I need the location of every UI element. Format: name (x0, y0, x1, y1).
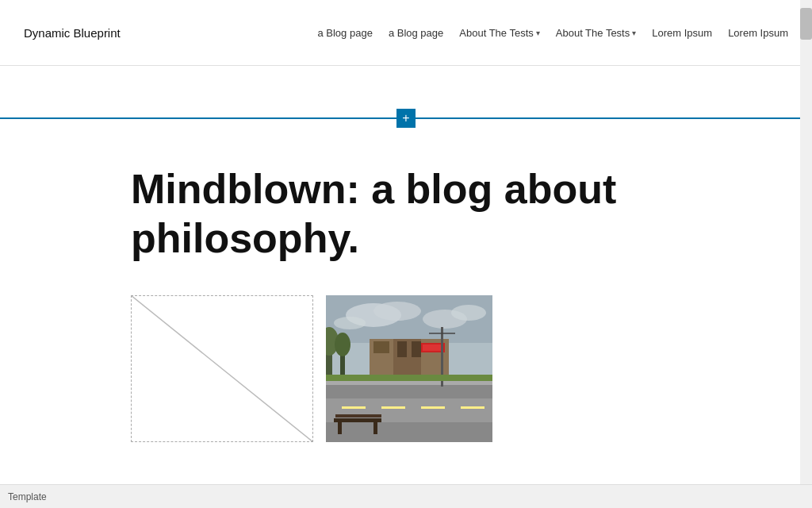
street-photo[interactable] (326, 295, 492, 442)
nav-item-lorem-1[interactable]: Lorem Ipsum (652, 27, 712, 39)
svg-point-7 (334, 317, 366, 329)
svg-rect-13 (373, 341, 389, 353)
svg-point-4 (373, 302, 421, 321)
svg-rect-21 (342, 406, 366, 409)
image-grid (131, 295, 681, 442)
svg-rect-24 (461, 406, 485, 409)
street-scene-image (326, 295, 492, 442)
svg-rect-22 (381, 406, 405, 409)
bottom-bar: Template (0, 484, 812, 508)
site-title[interactable]: Dynamic Blueprint (24, 26, 121, 40)
nav-item-label: a Blog page (317, 27, 372, 39)
placeholder-image[interactable] (131, 295, 313, 442)
svg-rect-27 (338, 422, 342, 434)
add-block-button[interactable]: + (396, 109, 416, 128)
nav-item-about-2[interactable]: About The Tests ▾ (556, 27, 636, 39)
svg-rect-26 (334, 418, 381, 422)
nav-item-label: Lorem Ipsum (728, 27, 788, 39)
nav-item-blog-2[interactable]: a Blog page (389, 27, 443, 39)
chevron-down-icon: ▾ (536, 29, 540, 37)
template-label: Template (8, 491, 47, 502)
nav-item-blog-1[interactable]: a Blog page (317, 27, 372, 39)
divider-section: + (0, 104, 812, 133)
main-content: Mindblown: a blog about philosophy. (0, 164, 812, 442)
svg-rect-23 (421, 406, 445, 409)
svg-line-0 (132, 296, 312, 441)
svg-rect-18 (423, 344, 443, 351)
svg-point-6 (451, 305, 486, 321)
nav-item-lorem-2[interactable]: Lorem Ipsum (728, 27, 788, 39)
blog-title: Mindblown: a blog about philosophy. (131, 164, 681, 264)
svg-point-11 (335, 333, 350, 356)
main-nav: a Blog page a Blog page About The Tests … (317, 27, 788, 39)
placeholder-diagonal-icon (132, 296, 312, 441)
nav-item-about-1[interactable]: About The Tests ▾ (459, 27, 539, 39)
svg-rect-28 (373, 422, 377, 434)
site-header: Dynamic Blueprint a Blog page a Blog pag… (0, 0, 812, 66)
svg-rect-29 (335, 414, 381, 418)
nav-item-label: About The Tests (459, 27, 533, 39)
svg-rect-16 (412, 341, 421, 357)
nav-item-label: Lorem Ipsum (652, 27, 712, 39)
svg-rect-32 (326, 375, 492, 381)
nav-item-label: About The Tests (556, 27, 630, 39)
scrollbar[interactable] (800, 0, 812, 508)
nav-item-label: a Blog page (389, 27, 443, 39)
svg-rect-15 (397, 341, 407, 357)
scrollbar-thumb[interactable] (800, 8, 812, 40)
chevron-down-icon: ▾ (632, 29, 636, 37)
